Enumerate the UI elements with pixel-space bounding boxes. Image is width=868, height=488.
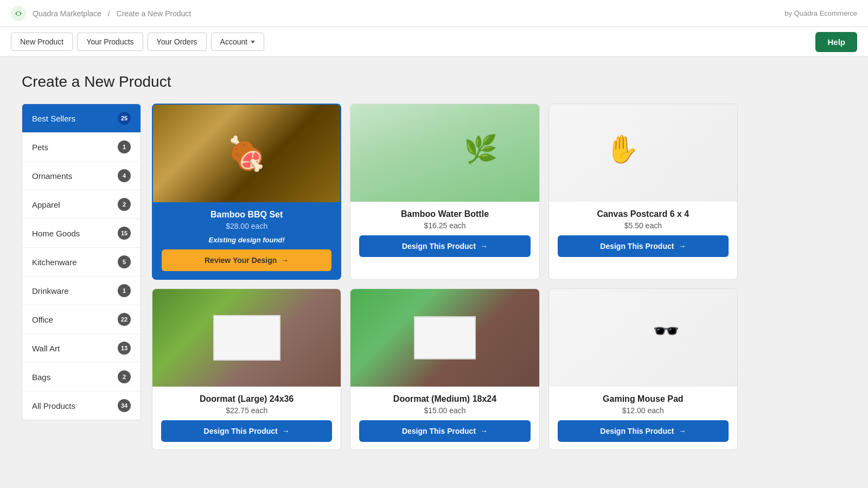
sidebar-item-count: 25 [118, 112, 131, 125]
sidebar-item-label: Pets [32, 143, 48, 152]
sidebar-item-label: Bags [32, 373, 50, 382]
category-sidebar: Best Sellers 25 Pets 1 Ornaments 4 Appar… [22, 104, 141, 420]
product-action-label: Design This Product [402, 427, 476, 435]
sidebar-item-label: Best Sellers [32, 114, 75, 123]
sidebar-item-count: 1 [118, 284, 131, 297]
product-action-label: Design This Product [600, 242, 674, 251]
product-image [549, 104, 737, 202]
product-action-button[interactable]: Review Your Design → [162, 249, 331, 271]
breadcrumb-current: Create a New Product [117, 9, 192, 18]
sidebar-item-home-goods[interactable]: Home Goods 15 [22, 219, 141, 248]
product-action-button[interactable]: Design This Product → [161, 420, 332, 442]
arrow-right-icon: → [281, 256, 289, 265]
product-grid: Bamboo BBQ Set $28.00 each Existing desi… [152, 104, 738, 450]
product-price: $16.25 each [424, 221, 465, 230]
sidebar-item-bags[interactable]: Bags 2 [22, 363, 141, 391]
existing-design-note: Existing design found! [209, 236, 285, 244]
help-button[interactable]: Help [815, 32, 857, 52]
nav-buttons: New Product Your Products Your Orders Ac… [11, 33, 264, 51]
product-action-button[interactable]: Design This Product → [558, 235, 729, 257]
breadcrumb-area: Quadra Marketplace / Create a New Produc… [11, 6, 193, 21]
sidebar-item-wall-art[interactable]: Wall Art 13 [22, 334, 141, 363]
sidebar-item-label: Ornaments [32, 171, 72, 181]
arrow-right-icon: → [282, 427, 290, 435]
sidebar-item-pets[interactable]: Pets 1 [22, 133, 141, 162]
product-name: Bamboo BBQ Set [210, 210, 283, 220]
product-action-label: Design This Product [600, 427, 674, 435]
product-image [152, 289, 341, 387]
sidebar-item-label: Home Goods [32, 229, 80, 238]
main-content: Create a New Product Best Sellers 25 Pet… [0, 57, 760, 466]
arrow-right-icon: → [480, 427, 488, 435]
sidebar-item-count: 13 [118, 342, 131, 355]
chevron-down-icon [251, 41, 255, 43]
quadra-logo [11, 6, 26, 21]
product-image [350, 104, 539, 202]
sidebar-item-all-products[interactable]: All Products 34 [22, 391, 141, 420]
product-image [350, 289, 539, 387]
new-product-button[interactable]: New Product [11, 33, 73, 51]
sidebar-item-count: 34 [118, 399, 131, 412]
sidebar-item-count: 2 [118, 198, 131, 211]
product-info: Bamboo BBQ Set $28.00 each Existing desi… [153, 202, 340, 279]
sidebar-item-count: 22 [118, 313, 131, 326]
product-price: $5.50 each [624, 221, 662, 230]
sidebar-item-apparel[interactable]: Apparel 2 [22, 190, 141, 219]
tagline: by Quadra Ecommerce [784, 9, 857, 17]
sidebar-item-count: 15 [118, 227, 131, 240]
product-image [549, 289, 737, 387]
arrow-right-icon: → [480, 242, 488, 251]
arrow-right-icon: → [678, 427, 686, 435]
nav-bar: New Product Your Products Your Orders Ac… [0, 27, 868, 57]
sidebar-item-label: All Products [32, 401, 75, 410]
account-button[interactable]: Account [211, 33, 265, 51]
breadcrumb-home: Quadra Marketplace [33, 9, 101, 18]
product-price: $28.00 each [226, 222, 267, 230]
sidebar-item-kitchenware[interactable]: Kitchenware 5 [22, 248, 141, 277]
your-orders-button[interactable]: Your Orders [148, 33, 207, 51]
sidebar-item-label: Kitchenware [32, 258, 77, 267]
product-price: $15.00 each [424, 406, 465, 415]
product-name: Bamboo Water Bottle [401, 209, 489, 219]
sidebar-item-count: 4 [118, 169, 131, 182]
sidebar-item-best-sellers[interactable]: Best Sellers 25 [22, 104, 141, 133]
sidebar-item-label: Apparel [32, 200, 60, 209]
product-card-bbq: Bamboo BBQ Set $28.00 each Existing desi… [152, 104, 341, 280]
product-name: Doormat (Large) 24x36 [200, 394, 293, 404]
sidebar-item-office[interactable]: Office 22 [22, 305, 141, 334]
sidebar-item-count: 1 [118, 140, 131, 153]
product-action-button[interactable]: Design This Product → [558, 420, 729, 442]
product-image [153, 105, 340, 202]
product-info: Gaming Mouse Pad $12.00 each Design This… [549, 387, 737, 450]
sidebar-item-label: Office [32, 315, 53, 324]
sidebar-item-count: 5 [118, 255, 131, 268]
product-info: Bamboo Water Bottle $16.25 each Design T… [350, 202, 539, 279]
arrow-right-icon: → [678, 242, 686, 251]
product-action-label: Design This Product [402, 242, 476, 251]
product-action-label: Design This Product [204, 427, 278, 435]
sidebar-item-label: Drinkware [32, 286, 69, 296]
product-name: Gaming Mouse Pad [603, 394, 683, 404]
product-card-doormat-md: Doormat (Medium) 18x24 $15.00 each Desig… [350, 288, 539, 450]
breadcrumb-separator: / [108, 9, 110, 18]
product-action-label: Review Your Design [205, 256, 277, 265]
product-card-doormat-lg: Doormat (Large) 24x36 $22.75 each Design… [152, 288, 341, 450]
product-card-mousepad: Gaming Mouse Pad $12.00 each Design This… [548, 288, 738, 450]
sidebar-item-drinkware[interactable]: Drinkware 1 [22, 277, 141, 305]
product-action-button[interactable]: Design This Product → [359, 420, 530, 442]
product-price: $22.75 each [226, 406, 267, 415]
product-info: Doormat (Medium) 18x24 $15.00 each Desig… [350, 387, 539, 450]
sidebar-item-ornaments[interactable]: Ornaments 4 [22, 162, 141, 190]
product-action-button[interactable]: Design This Product → [359, 235, 530, 257]
breadcrumb: Quadra Marketplace / Create a New Produc… [30, 9, 193, 18]
account-label: Account [220, 37, 248, 46]
product-name: Doormat (Medium) 18x24 [393, 394, 496, 404]
product-price: $12.00 each [622, 406, 664, 415]
content-area: Best Sellers 25 Pets 1 Ornaments 4 Appar… [22, 104, 738, 450]
sidebar-item-label: Wall Art [32, 344, 60, 353]
page-title: Create a New Product [22, 73, 738, 91]
product-card-postcard: Canvas Postcard 6 x 4 $5.50 each Design … [548, 104, 738, 280]
product-info: Canvas Postcard 6 x 4 $5.50 each Design … [549, 202, 737, 279]
your-products-button[interactable]: Your Products [77, 33, 143, 51]
product-card-water: Bamboo Water Bottle $16.25 each Design T… [350, 104, 539, 280]
